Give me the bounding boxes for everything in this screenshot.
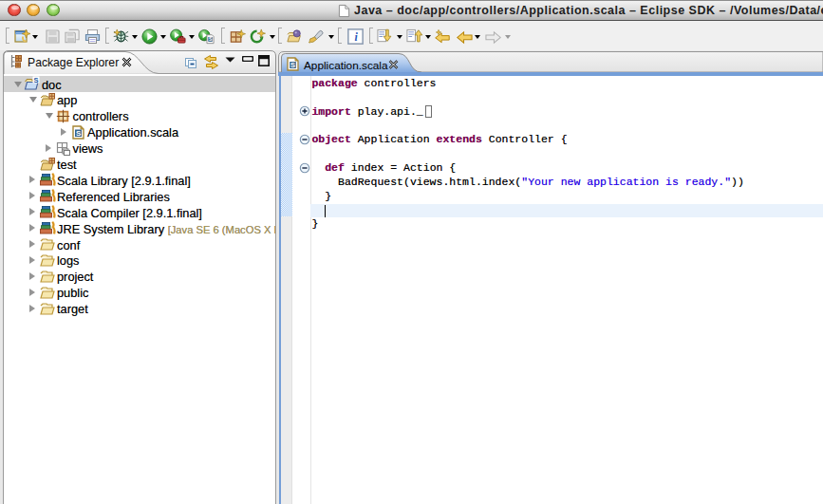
svg-text:S: S: [33, 76, 38, 84]
svg-text:S: S: [290, 60, 294, 68]
svg-text:S: S: [76, 128, 82, 137]
